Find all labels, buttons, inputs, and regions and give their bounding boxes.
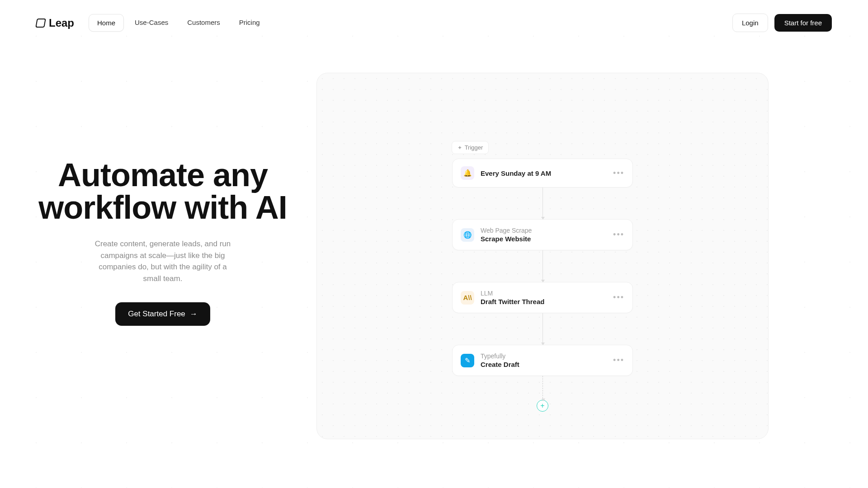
sparkle-icon: ✦ bbox=[458, 145, 462, 151]
more-icon[interactable]: ••• bbox=[613, 169, 624, 178]
node-text: Typefully Create Draft bbox=[481, 352, 607, 368]
connector bbox=[542, 250, 543, 282]
hero: Automate any workflow with AI Create con… bbox=[36, 73, 289, 439]
workflow-node-scrape[interactable]: 🌐 Web Page Scrape Scrape Website ••• bbox=[452, 219, 633, 250]
globe-icon: 🌐 bbox=[461, 228, 474, 242]
node-text: Web Page Scrape Scrape Website bbox=[481, 227, 607, 243]
nav-home[interactable]: Home bbox=[89, 14, 124, 32]
connector bbox=[542, 188, 543, 219]
connector bbox=[542, 313, 543, 345]
logo-icon bbox=[35, 19, 46, 28]
pen-icon: ✎ bbox=[461, 354, 474, 367]
arrow-right-icon: → bbox=[190, 310, 198, 319]
hero-subtitle: Create content, generate leads, and run … bbox=[90, 238, 235, 284]
workflow-node-trigger[interactable]: 🔔 Every Sunday at 9 AM ••• bbox=[452, 159, 633, 188]
connector-dashed bbox=[542, 376, 543, 401]
login-button[interactable]: Login bbox=[732, 14, 768, 32]
add-step-button[interactable]: + bbox=[537, 400, 548, 412]
header: Leap Home Use-Cases Customers Pricing Lo… bbox=[0, 0, 868, 46]
bell-icon: 🔔 bbox=[461, 166, 474, 180]
node-title: Every Sunday at 9 AM bbox=[481, 169, 607, 177]
cta-label: Get Started Free bbox=[128, 310, 185, 319]
workflow-node-typefully[interactable]: ✎ Typefully Create Draft ••• bbox=[452, 345, 633, 376]
nav-customers[interactable]: Customers bbox=[179, 14, 228, 32]
node-label: Web Page Scrape bbox=[481, 227, 607, 234]
header-actions: Login Start for free bbox=[732, 14, 832, 32]
start-free-button[interactable]: Start for free bbox=[774, 14, 832, 32]
trigger-label: Trigger bbox=[465, 144, 483, 151]
more-icon[interactable]: ••• bbox=[613, 230, 624, 239]
nav: Home Use-Cases Customers Pricing bbox=[89, 14, 268, 32]
workflow-canvas: ✦ Trigger 🔔 Every Sunday at 9 AM ••• 🌐 W… bbox=[316, 73, 769, 439]
trigger-chip: ✦ Trigger bbox=[452, 141, 489, 154]
main: Automate any workflow with AI Create con… bbox=[0, 46, 868, 439]
brand-name: Leap bbox=[49, 17, 74, 29]
more-icon[interactable]: ••• bbox=[613, 293, 624, 302]
ai-icon: A\\ bbox=[461, 291, 474, 305]
nav-use-cases[interactable]: Use-Cases bbox=[127, 14, 176, 32]
logo[interactable]: Leap bbox=[36, 17, 74, 29]
nav-pricing[interactable]: Pricing bbox=[231, 14, 268, 32]
node-label: LLM bbox=[481, 290, 607, 297]
more-icon[interactable]: ••• bbox=[613, 356, 624, 365]
node-text: LLM Draft Twitter Thread bbox=[481, 290, 607, 305]
workflow-node-llm[interactable]: A\\ LLM Draft Twitter Thread ••• bbox=[452, 282, 633, 313]
node-title: Create Draft bbox=[481, 361, 607, 368]
node-label: Typefully bbox=[481, 352, 607, 360]
node-title: Draft Twitter Thread bbox=[481, 298, 607, 305]
get-started-button[interactable]: Get Started Free → bbox=[115, 302, 210, 326]
hero-title: Automate any workflow with AI bbox=[36, 159, 289, 224]
node-title: Scrape Website bbox=[481, 235, 607, 243]
node-text: Every Sunday at 9 AM bbox=[481, 169, 607, 177]
